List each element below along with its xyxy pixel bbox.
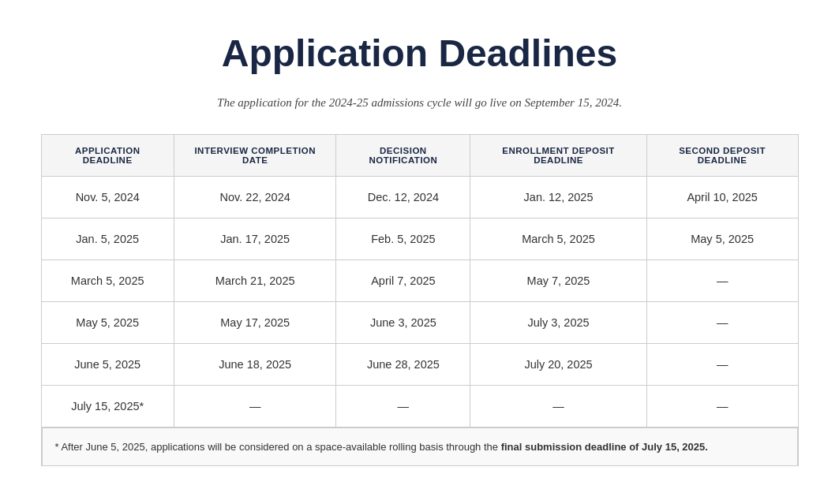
table-cell: Jan. 17, 2025 [174,218,336,259]
table-cell: June 28, 2025 [336,343,470,385]
table-cell: Feb. 5, 2025 [336,218,470,259]
subtitle: The application for the 2024-25 admissio… [41,94,799,112]
table-cell: April 10, 2025 [646,176,797,218]
footnote-prefix: * After June 5, 2025, applications will … [55,441,501,453]
footnote: * After June 5, 2025, applications will … [42,427,798,467]
table-row: March 5, 2025March 21, 2025April 7, 2025… [42,259,798,301]
table-cell: May 5, 2025 [646,218,797,259]
deadlines-table-wrapper: APPLICATION DEADLINE INTERVIEW COMPLETIO… [41,134,799,467]
table-cell: March 5, 2025 [470,218,646,259]
table-cell: Jan. 5, 2025 [42,218,174,259]
table-header-row: APPLICATION DEADLINE INTERVIEW COMPLETIO… [42,135,798,177]
col-header-interview-completion: INTERVIEW COMPLETION DATE [174,135,336,177]
table-cell: June 5, 2025 [42,343,174,385]
table-cell: June 18, 2025 [174,343,336,385]
table-row: June 5, 2025June 18, 2025June 28, 2025Ju… [42,343,798,385]
table-cell: May 7, 2025 [470,259,646,301]
table-cell: March 21, 2025 [174,259,336,301]
table-cell: — [646,301,797,343]
table-cell: — [646,385,797,427]
table-cell: Nov. 22, 2024 [174,176,336,218]
table-row: Jan. 5, 2025Jan. 17, 2025Feb. 5, 2025Mar… [42,218,798,259]
table-cell: April 7, 2025 [336,259,470,301]
table-body: Nov. 5, 2024Nov. 22, 2024Dec. 12, 2024Ja… [42,176,798,427]
col-header-decision-notification: DECISION NOTIFICATION [336,135,470,177]
col-header-application-deadline: APPLICATION DEADLINE [42,135,174,177]
table-cell: July 20, 2025 [470,343,646,385]
table-cell: May 17, 2025 [174,301,336,343]
table-cell: Nov. 5, 2024 [42,176,174,218]
table-cell: — [646,343,797,385]
table-cell: — [174,385,336,427]
deadlines-table: APPLICATION DEADLINE INTERVIEW COMPLETIO… [42,135,798,427]
table-row: Nov. 5, 2024Nov. 22, 2024Dec. 12, 2024Ja… [42,176,798,218]
footnote-bold: final submission deadline of July 15, 20… [501,441,708,453]
table-cell: Dec. 12, 2024 [336,176,470,218]
table-row: July 15, 2025*———— [42,385,798,427]
page-title: Application Deadlines [41,32,799,75]
table-cell: July 15, 2025* [42,385,174,427]
table-cell: June 3, 2025 [336,301,470,343]
col-header-second-deposit: SECOND DEPOSIT DEADLINE [646,135,797,177]
table-cell: — [470,385,646,427]
table-cell: — [646,259,797,301]
table-cell: July 3, 2025 [470,301,646,343]
table-cell: Jan. 12, 2025 [470,176,646,218]
table-row: May 5, 2025May 17, 2025June 3, 2025July … [42,301,798,343]
col-header-enrollment-deposit: ENROLLMENT DEPOSIT DEADLINE [470,135,646,177]
table-cell: March 5, 2025 [42,259,174,301]
table-cell: May 5, 2025 [42,301,174,343]
table-cell: — [336,385,470,427]
page-container: Application Deadlines The application fo… [17,16,822,482]
